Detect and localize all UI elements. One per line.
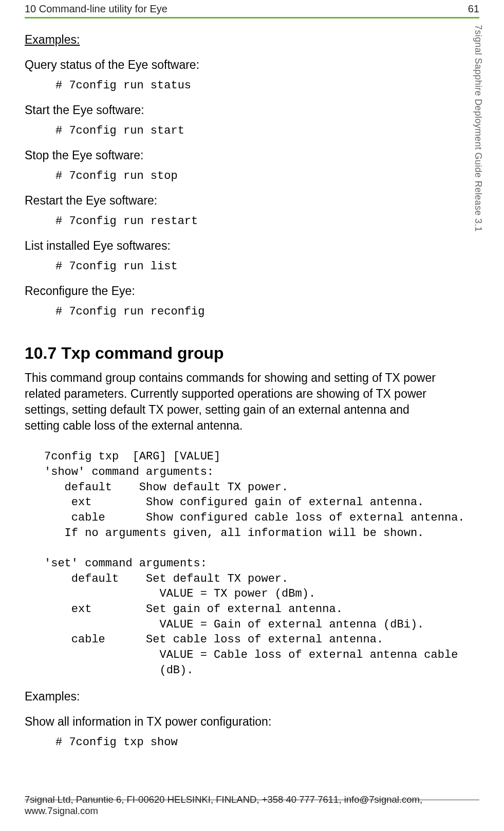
content-area: Examples: Query status of the Eye softwa… [25, 33, 436, 749]
example-desc: Start the Eye software: [25, 103, 436, 117]
side-document-title: 7signal Sapphire Deployment Guide Releas… [473, 25, 483, 232]
example-desc: Query status of the Eye software: [25, 58, 436, 72]
footer-text: 7signal Ltd, Panuntie 6, FI-00620 HELSIN… [25, 794, 479, 817]
example-desc: Stop the Eye software: [25, 149, 436, 162]
example-cmd: # 7config run stop [55, 170, 436, 182]
example2-desc: Show all information in TX power configu… [25, 715, 436, 729]
example-desc: Reconfigure the Eye: [25, 284, 436, 298]
header-page-number: 61 [468, 3, 479, 15]
example-cmd: # 7config run reconfig [55, 305, 436, 318]
example-desc: Restart the Eye software: [25, 194, 436, 208]
example-cmd: # 7config run restart [55, 215, 436, 228]
section-heading: 10.7 Txp command group [25, 344, 436, 363]
header-left: 10 Command-line utility for Eye [25, 3, 167, 15]
usage-block: 7config txp [ARG] [VALUE] 'show' command… [44, 449, 436, 678]
examples-heading: Examples: [25, 33, 436, 47]
page-header: 10 Command-line utility for Eye 61 [25, 0, 479, 17]
examples2-heading: Examples: [25, 690, 436, 704]
section-body: This command group contains commands for… [25, 370, 436, 434]
example-cmd: # 7config run start [55, 124, 436, 137]
example-cmd: # 7config run list [55, 260, 436, 273]
header-rule [25, 17, 479, 19]
example2-cmd: # 7config txp show [55, 736, 436, 749]
example-desc: List installed Eye softwares: [25, 239, 436, 253]
example-cmd: # 7config run status [55, 79, 436, 92]
page: 10 Command-line utility for Eye 61 7sign… [0, 0, 504, 831]
